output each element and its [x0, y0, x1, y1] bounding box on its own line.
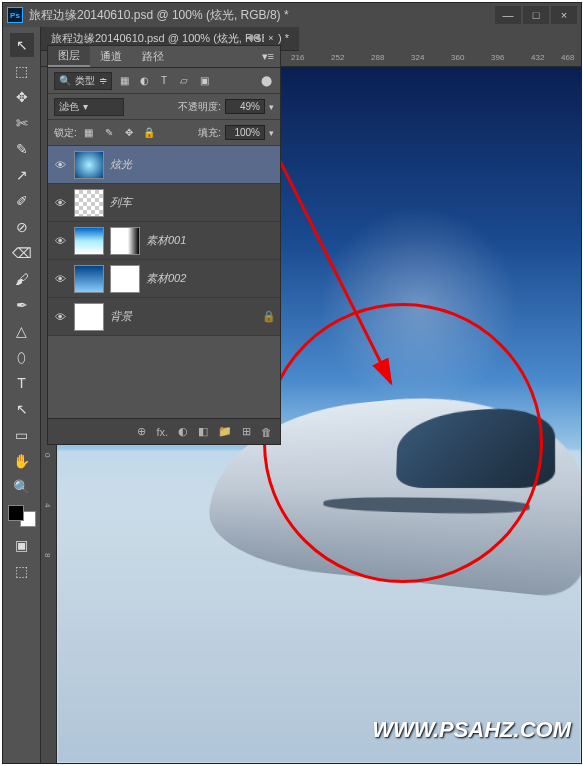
- visibility-icon[interactable]: 👁: [52, 197, 68, 209]
- layer-name[interactable]: 背景: [110, 309, 132, 324]
- maximize-button[interactable]: □: [523, 6, 549, 24]
- titlebar: Ps 旅程边缘20140610.psd @ 100% (炫光, RGB/8) *…: [3, 3, 581, 27]
- lock-all-icon[interactable]: 🔒: [141, 126, 157, 140]
- dodge-tool[interactable]: △: [10, 319, 34, 343]
- filter-adjust-icon[interactable]: ◐: [136, 74, 152, 88]
- type-tool[interactable]: T: [10, 371, 34, 395]
- filter-type-dropdown[interactable]: 🔍类型 ≑: [54, 72, 112, 90]
- lock-label: 锁定:: [54, 126, 77, 140]
- document-title: 旅程边缘20140610.psd @ 100% (炫光, RGB/8) *: [29, 7, 495, 24]
- visibility-icon[interactable]: 👁: [52, 235, 68, 247]
- hand-tool[interactable]: ✋: [10, 449, 34, 473]
- ps-app-icon: Ps: [7, 7, 23, 23]
- new-layer-icon[interactable]: ⊞: [242, 425, 251, 438]
- healing-tool[interactable]: ↗: [10, 163, 34, 187]
- tab-paths[interactable]: 路径: [132, 46, 174, 67]
- shape-tool[interactable]: ▭: [10, 423, 34, 447]
- panel-footer: ⊕ fx. ◐ ◧ 📁 ⊞ 🗑: [48, 418, 280, 444]
- layer-list: 👁 炫光 👁 列车 👁 素材001 👁 素材002: [48, 146, 280, 336]
- eyedropper-tool[interactable]: ✎: [10, 137, 34, 161]
- minimize-button[interactable]: —: [495, 6, 521, 24]
- layer-row[interactable]: 👁 背景 🔒: [48, 298, 280, 336]
- visibility-icon[interactable]: 👁: [52, 311, 68, 323]
- layer-row[interactable]: 👁 列车: [48, 184, 280, 222]
- opacity-chevron-icon[interactable]: ▾: [269, 102, 274, 112]
- filter-shape-icon[interactable]: ▱: [176, 74, 192, 88]
- fx-icon[interactable]: fx.: [156, 426, 168, 438]
- move-tool[interactable]: ↖: [10, 33, 34, 57]
- screenmode-tool[interactable]: ⬚: [10, 559, 34, 583]
- panel-menu-icon[interactable]: ▾≡: [256, 50, 280, 63]
- fill-value[interactable]: 100%: [225, 125, 265, 140]
- layer-thumb[interactable]: [74, 151, 104, 179]
- filter-pixel-icon[interactable]: ▦: [116, 74, 132, 88]
- layers-panel: ◀◀ × 图层 通道 路径 ▾≡ 🔍类型 ≑ ▦ ◐ T ▱ ▣ ⬤ 滤色 ▾ …: [47, 45, 281, 445]
- marquee-tool[interactable]: ⬚: [10, 59, 34, 83]
- pen-tool[interactable]: ✒: [10, 293, 34, 317]
- color-swatch[interactable]: [8, 505, 36, 527]
- lock-move-icon[interactable]: ✥: [121, 126, 137, 140]
- tab-layers[interactable]: 图层: [48, 46, 90, 67]
- tab-channels[interactable]: 通道: [90, 46, 132, 67]
- adjustment-icon[interactable]: ◧: [198, 425, 208, 438]
- lock-icon: 🔒: [262, 310, 276, 323]
- app-window: Ps 旅程边缘20140610.psd @ 100% (炫光, RGB/8) *…: [2, 2, 582, 764]
- eraser-tool[interactable]: ⌫: [10, 241, 34, 265]
- opacity-value[interactable]: 49%: [225, 99, 265, 114]
- layer-mask-thumb[interactable]: [110, 265, 140, 293]
- zoom-tool[interactable]: 🔍: [10, 475, 34, 499]
- brush-tool[interactable]: ✐: [10, 189, 34, 213]
- layer-name[interactable]: 炫光: [110, 157, 132, 172]
- lock-pixels-icon[interactable]: ▦: [81, 126, 97, 140]
- filter-smart-icon[interactable]: ▣: [196, 74, 212, 88]
- path-tool[interactable]: ↖: [10, 397, 34, 421]
- filter-toggle[interactable]: ⬤: [258, 74, 274, 88]
- close-button[interactable]: ×: [551, 6, 577, 24]
- trash-icon[interactable]: 🗑: [261, 426, 272, 438]
- link-layers-icon[interactable]: ⊕: [137, 425, 146, 438]
- layer-thumb[interactable]: [74, 265, 104, 293]
- ruler-vertical: 0 4 8: [41, 443, 57, 763]
- layer-row[interactable]: 👁 素材001: [48, 222, 280, 260]
- fill-chevron-icon[interactable]: ▾: [269, 128, 274, 138]
- layer-thumb[interactable]: [74, 303, 104, 331]
- layer-row[interactable]: 👁 炫光: [48, 146, 280, 184]
- stamp-tool[interactable]: ⊘: [10, 215, 34, 239]
- layer-mask-thumb[interactable]: [110, 227, 140, 255]
- blend-mode-dropdown[interactable]: 滤色 ▾: [54, 98, 124, 116]
- fg-color[interactable]: [8, 505, 24, 521]
- layer-thumb[interactable]: [74, 227, 104, 255]
- visibility-icon[interactable]: 👁: [52, 273, 68, 285]
- opacity-label: 不透明度:: [178, 100, 221, 114]
- crop-tool[interactable]: ✄: [10, 111, 34, 135]
- tool-palette: ↖ ⬚ ✥ ✄ ✎ ↗ ✐ ⊘ ⌫ 🖌 ✒ △ ⬯ T ↖ ▭ ✋ 🔍 ▣ ⬚: [3, 27, 41, 763]
- lasso-tool[interactable]: ✥: [10, 85, 34, 109]
- blur-tool[interactable]: ⬯: [10, 345, 34, 369]
- panel-collapse-icon[interactable]: ◀◀: [246, 32, 260, 42]
- layer-row[interactable]: 👁 素材002: [48, 260, 280, 298]
- layer-name[interactable]: 素材002: [146, 271, 186, 286]
- layer-thumb[interactable]: [74, 189, 104, 217]
- lock-paint-icon[interactable]: ✎: [101, 126, 117, 140]
- filter-type-icon[interactable]: T: [156, 74, 172, 88]
- watermark: WWW.PSAHZ.COM: [372, 717, 571, 743]
- gradient-tool[interactable]: 🖌: [10, 267, 34, 291]
- group-icon[interactable]: 📁: [218, 425, 232, 438]
- layer-name[interactable]: 列车: [110, 195, 132, 210]
- visibility-icon[interactable]: 👁: [52, 159, 68, 171]
- quickmask-tool[interactable]: ▣: [10, 533, 34, 557]
- mask-icon[interactable]: ◐: [178, 425, 188, 438]
- panel-close-icon[interactable]: ×: [264, 32, 278, 44]
- layer-name[interactable]: 素材001: [146, 233, 186, 248]
- fill-label: 填充:: [198, 126, 221, 140]
